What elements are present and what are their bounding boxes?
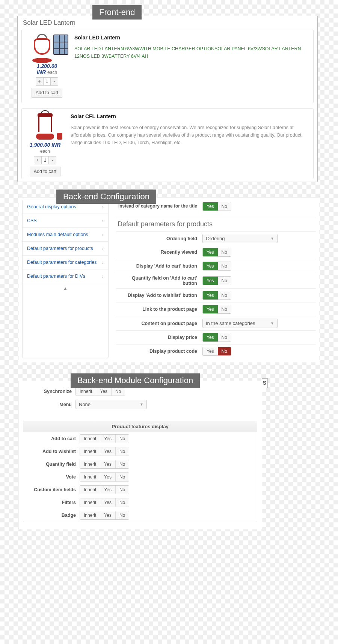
sidebar-item-label: Modules main default options [27, 232, 88, 237]
sidebar-item[interactable]: CSS› [23, 214, 108, 228]
yes-option[interactable]: Yes [203, 277, 218, 285]
yes-no-toggle[interactable]: Yes No [202, 333, 231, 342]
sidebar-item[interactable]: Default parameters for categories› [23, 256, 108, 269]
qty-value: 1 [43, 77, 51, 86]
no-option[interactable]: No [218, 333, 231, 342]
param-label: Quantity field on 'Add to cart' button [116, 275, 202, 286]
sidebar-item[interactable]: Default parameters for products› [23, 242, 108, 256]
module-tag: Back-end Module Configuration [71, 373, 200, 388]
sidebar-item-label: General display options [27, 204, 76, 209]
chevron-right-icon: › [102, 204, 104, 210]
no-option[interactable]: No [218, 202, 231, 211]
inherit-option[interactable]: Inherit [80, 498, 100, 507]
no-option[interactable]: No [115, 435, 129, 443]
product-name[interactable]: Solar LED Lantern [74, 35, 309, 41]
inherit-yes-no-toggle[interactable]: Inherit Yes No [80, 460, 129, 469]
collapse-icon[interactable]: ▲ [23, 283, 108, 293]
sidebar-item[interactable]: Modules main default options› [23, 228, 108, 242]
product-image[interactable] [34, 35, 60, 61]
frontend-panel: Solar LED Lantern 1,200.00 INReach +1- A… [17, 16, 318, 182]
param-label: Display 'Add to cart' button [116, 263, 202, 269]
yes-option[interactable]: Yes [203, 262, 218, 270]
add-to-cart-button[interactable]: Add to cart [30, 167, 60, 176]
each-label: each [26, 149, 64, 154]
fieldset-title: Product features display [23, 421, 257, 432]
no-option[interactable]: No [218, 248, 231, 256]
inherit-yes-no-toggle[interactable]: Inherit Yes No [80, 434, 129, 443]
yes-option[interactable]: Yes [100, 511, 115, 519]
chevron-right-icon: › [102, 245, 104, 251]
inherit-option[interactable]: Inherit [80, 447, 100, 456]
yes-option[interactable]: Yes [100, 435, 115, 443]
param-label: instead of category name for the title [116, 203, 202, 209]
qty-minus-button[interactable]: + [36, 77, 43, 86]
product-image[interactable] [34, 113, 56, 140]
qty-stepper: +1- [26, 77, 68, 86]
add-to-cart-button[interactable]: Add to cart [32, 88, 62, 98]
no-option[interactable]: No [115, 486, 129, 494]
page-title: Solar LED Lantern [23, 19, 314, 27]
chevron-right-icon: › [102, 232, 104, 238]
no-option[interactable]: No [218, 291, 231, 299]
inherit-yes-no-toggle[interactable]: Inherit Yes No [80, 472, 129, 481]
no-option[interactable]: No [218, 262, 231, 270]
inherit-option[interactable]: Inherit [80, 473, 100, 481]
yes-option[interactable]: Yes [100, 460, 115, 468]
inherit-option[interactable]: Inherit [80, 486, 100, 494]
yes-option[interactable]: Yes [96, 387, 111, 396]
qty-plus-button[interactable]: - [51, 77, 58, 86]
product-name[interactable]: Solar CFL Lantern [71, 113, 309, 119]
no-option[interactable]: No [111, 387, 125, 396]
no-option[interactable]: No [115, 447, 129, 456]
inherit-yes-no-toggle[interactable]: Inherit Yes No [80, 447, 129, 456]
sidebar-item-label: Default parameters for categories [27, 260, 97, 265]
no-option[interactable]: No [218, 347, 231, 355]
yes-no-toggle[interactable]: Yes No [202, 262, 231, 271]
backend-tag: Back-end Configuration [56, 190, 156, 204]
inherit-option[interactable]: Inherit [76, 387, 96, 396]
yes-option[interactable]: Yes [203, 347, 218, 355]
yes-no-toggle[interactable]: Yes No [202, 347, 231, 356]
inherit-yes-no-toggle[interactable]: Inherit Yes No [80, 498, 129, 507]
inherit-option[interactable]: Inherit [80, 511, 100, 519]
yes-option[interactable]: Yes [100, 498, 115, 507]
yes-no-toggle[interactable]: Yes No [202, 202, 231, 211]
yes-option[interactable]: Yes [100, 473, 115, 481]
inherit-yes-no-toggle[interactable]: Inherit Yes No [80, 485, 129, 494]
inherit-yes-no-toggle[interactable]: Inherit Yes No [80, 511, 129, 520]
chevron-right-icon: › [102, 218, 104, 224]
yes-option[interactable]: Yes [203, 248, 218, 256]
inherit-option[interactable]: Inherit [80, 435, 100, 443]
param-label: Custom item fields [27, 487, 80, 492]
yes-no-toggle[interactable]: Yes No [202, 276, 231, 285]
yes-no-toggle[interactable]: Yes No [202, 305, 231, 314]
product-price: 1,900.00 INR [26, 142, 64, 148]
yes-option[interactable]: Yes [203, 333, 218, 342]
yes-option[interactable]: Yes [100, 486, 115, 494]
content-select[interactable]: In the same categories▼ [202, 319, 278, 328]
sidebar-item-label: Default parameters for DIVs [27, 274, 85, 279]
no-option[interactable]: No [115, 498, 129, 507]
no-option[interactable]: No [218, 277, 231, 285]
inherit-option[interactable]: Inherit [80, 460, 100, 468]
yes-option[interactable]: Yes [203, 291, 218, 299]
no-option[interactable]: No [115, 460, 129, 468]
yes-no-toggle[interactable]: Yes No [202, 248, 231, 257]
qty-minus-button[interactable]: + [34, 156, 41, 164]
yes-option[interactable]: Yes [203, 202, 218, 211]
param-label: Filters [27, 500, 80, 505]
yes-no-toggle[interactable]: Yes No [202, 291, 231, 300]
no-option[interactable]: No [218, 305, 231, 313]
sidebar-item[interactable]: Default parameters for DIVs› [23, 269, 108, 283]
ordering-select[interactable]: Ordering▼ [202, 234, 278, 243]
yes-option[interactable]: Yes [203, 305, 218, 313]
no-option[interactable]: No [115, 473, 129, 481]
product-description: SOLAR LED LANTERN 6V/3WWITH MOBILE CHARG… [74, 45, 309, 60]
yes-option[interactable]: Yes [100, 447, 115, 456]
product-card: 1,200.00 INReach +1- Add to cart Solar L… [21, 30, 314, 103]
no-option[interactable]: No [115, 511, 129, 519]
sidebar-item-label: CSS [27, 218, 37, 223]
inherit-yes-no-toggle[interactable]: Inherit Yes No [75, 387, 125, 396]
qty-plus-button[interactable]: - [49, 156, 56, 164]
menu-select[interactable]: None▼ [75, 400, 147, 409]
